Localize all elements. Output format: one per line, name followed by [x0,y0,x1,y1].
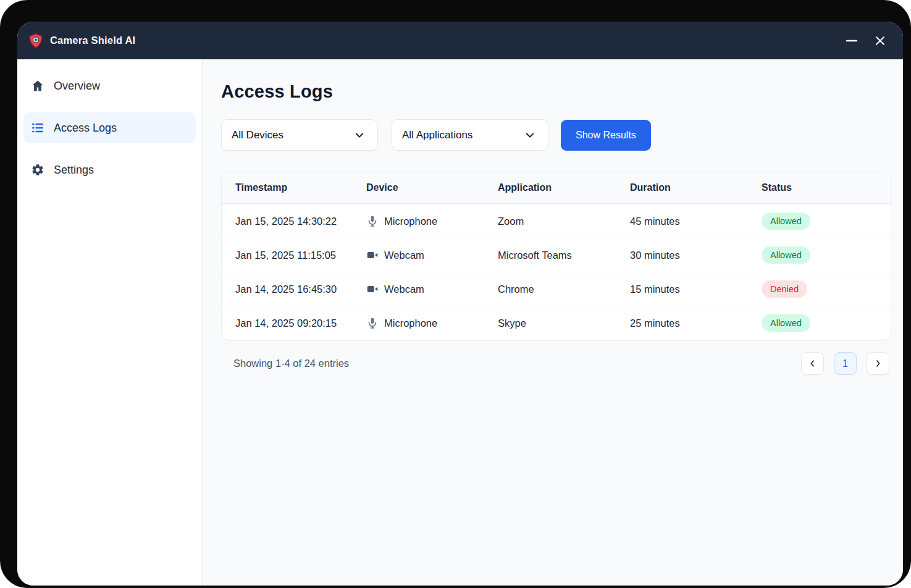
pagination: 1 [801,352,889,375]
cell-timestamp: Jan 14, 2025 09:20:15 [222,317,353,329]
next-page-button[interactable] [867,352,889,375]
sidebar-item-access-logs[interactable]: Access Logs [23,112,196,143]
page-1-button[interactable]: 1 [834,352,857,375]
device-label: Webcam [384,250,424,261]
table-row: Jan 15, 2025 14:30:22 Microphone Zoom 45… [222,204,891,238]
status-badge: Allowed [762,246,810,264]
show-results-button[interactable]: Show Results [561,120,651,151]
entries-summary: Showing 1-4 of 24 entries [233,358,349,369]
sidebar-item-settings[interactable]: Settings [23,154,196,185]
chevron-right-icon [873,359,883,368]
cell-duration: 30 minutes [616,250,748,261]
cell-duration: 25 minutes [616,317,748,329]
sidebar-item-label: Access Logs [54,122,117,135]
application-filter-select[interactable]: All Applications [392,119,548,151]
status-badge: Allowed [762,314,810,332]
app-window: Camera Shield AI Overview [17,22,903,586]
cell-status: Allowed [748,314,891,332]
webcam-icon [366,249,379,261]
filters-bar: All Devices All Applications Show Result… [221,119,891,151]
titlebar: Camera Shield AI [17,22,903,59]
main-content: Access Logs All Devices All Applications… [203,59,903,586]
column-header-device: Device [353,182,484,193]
device-label: Webcam [384,284,424,295]
cell-device: Microphone [353,317,484,329]
device-label: Microphone [384,216,437,227]
table-row: Jan 14, 2025 09:20:15 Microphone Skype 2… [222,306,891,340]
application-filter-value: All Applications [402,129,472,141]
table-header-row: Timestamp Device Application Duration St… [222,172,891,204]
cell-application: Microsoft Teams [484,250,616,261]
home-icon [31,79,44,93]
app-logo-shield-icon [28,33,44,49]
table-footer: Showing 1-4 of 24 entries 1 [221,352,891,375]
cell-timestamp: Jan 15, 2025 11:15:05 [222,250,353,261]
microphone-icon [366,215,379,227]
chevron-left-icon [808,359,817,368]
list-icon [31,121,44,135]
cell-application: Zoom [484,216,616,227]
sidebar-item-label: Overview [54,80,100,93]
microphone-icon [366,317,379,329]
device-label: Microphone [384,317,437,329]
column-header-status: Status [748,182,891,193]
cell-duration: 15 minutes [616,284,748,295]
cell-timestamp: Jan 14, 2025 16:45:30 [222,284,353,295]
close-button[interactable] [873,34,887,48]
minimize-button[interactable] [845,34,859,48]
cell-status: Allowed [748,212,891,230]
status-badge: Allowed [762,212,810,230]
column-header-timestamp: Timestamp [222,182,353,193]
chevron-down-icon [524,130,535,141]
cell-device: Webcam [353,249,484,261]
sidebar-item-overview[interactable]: Overview [23,70,196,101]
page-title: Access Logs [221,82,891,102]
gear-icon [31,163,44,177]
cell-duration: 45 minutes [616,216,748,227]
table-row: Jan 14, 2025 16:45:30 Webcam Chrome 15 m… [222,272,891,306]
cell-device: Webcam [353,283,484,295]
sidebar-item-label: Settings [54,164,94,177]
table-row: Jan 15, 2025 11:15:05 Webcam Microsoft T… [222,238,891,272]
chevron-down-icon [354,130,365,141]
webcam-icon [366,283,379,295]
cell-application: Chrome [484,284,616,295]
cell-status: Allowed [748,246,891,264]
device-filter-value: All Devices [232,129,283,141]
app-title: Camera Shield AI [50,35,135,46]
prev-page-button[interactable] [801,352,824,375]
device-filter-select[interactable]: All Devices [221,119,378,151]
cell-device: Microphone [353,215,484,227]
cell-application: Skype [484,317,616,329]
sidebar: Overview Access Logs Settings [17,59,203,586]
access-logs-table: Timestamp Device Application Duration St… [221,172,891,340]
window-controls [845,34,887,48]
column-header-application: Application [484,182,616,193]
cell-status: Denied [748,280,891,298]
column-header-duration: Duration [616,182,748,193]
cell-timestamp: Jan 15, 2025 14:30:22 [222,216,353,227]
status-badge: Denied [762,280,807,298]
